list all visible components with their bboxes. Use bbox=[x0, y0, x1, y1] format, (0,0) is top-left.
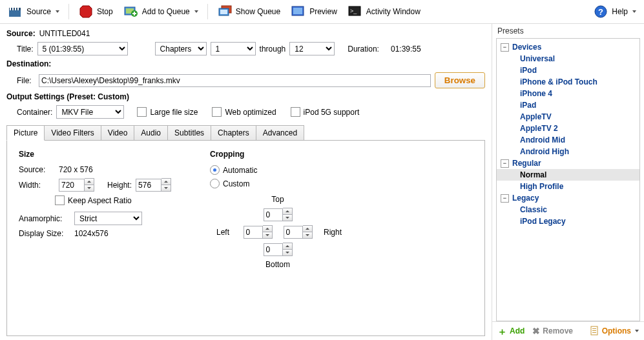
activity-window-button[interactable]: >_ Activity Window bbox=[344, 3, 424, 21]
preview-icon bbox=[291, 4, 306, 19]
chevron-down-icon bbox=[194, 10, 198, 13]
display-size-label: Display Size: bbox=[19, 229, 70, 238]
preset-group-legacy[interactable]: −Legacy bbox=[497, 192, 639, 204]
svg-rect-24 bbox=[592, 332, 596, 333]
crop-left-input[interactable] bbox=[244, 225, 273, 239]
source-button[interactable]: Source bbox=[4, 3, 63, 21]
preset-remove-button[interactable]: ✖Remove bbox=[532, 326, 573, 335]
height-label: Height: bbox=[107, 181, 132, 190]
preset-options-button[interactable]: Options bbox=[590, 326, 639, 336]
source-value: UNTITLED041 bbox=[39, 29, 90, 38]
help-button[interactable]: ? Help bbox=[589, 3, 640, 21]
cropping-section: Cropping Automatic Custom Top Left Right… bbox=[210, 150, 346, 326]
preset-item[interactable]: Universal bbox=[497, 53, 639, 65]
container-label: Container: bbox=[17, 108, 52, 117]
chevron-down-icon bbox=[635, 330, 639, 332]
stop-button[interactable]: Stop bbox=[74, 3, 117, 21]
svg-rect-2 bbox=[10, 8, 11, 10]
preset-item[interactable]: iPad bbox=[497, 99, 639, 111]
keep-aspect-checkbox[interactable]: Keep Aspect Ratio bbox=[55, 195, 132, 205]
preset-item[interactable]: iPod Legacy bbox=[497, 215, 639, 227]
preset-item[interactable]: Classic bbox=[497, 204, 639, 215]
preset-item[interactable]: AppleTV 2 bbox=[497, 123, 639, 134]
ipod5g-checkbox[interactable]: iPod 5G support bbox=[291, 107, 360, 117]
preset-item[interactable]: Android Mid bbox=[497, 134, 639, 146]
height-input[interactable] bbox=[136, 178, 171, 192]
plus-icon: ＋ bbox=[497, 326, 507, 336]
range-to-select[interactable]: 12 bbox=[289, 42, 335, 55]
svg-text:>_: >_ bbox=[350, 8, 357, 14]
preset-item[interactable]: AppleTV bbox=[497, 111, 639, 123]
range-type-select[interactable]: Chapters bbox=[155, 42, 207, 55]
label: Show Queue bbox=[236, 7, 280, 16]
file-label: File: bbox=[17, 76, 35, 85]
label: Help bbox=[612, 7, 628, 16]
duration-label: Duration: bbox=[348, 45, 379, 54]
show-queue-button[interactable]: Show Queue bbox=[213, 3, 284, 21]
tab-video-filters[interactable]: Video Filters bbox=[44, 125, 101, 140]
tabs: Picture Video Filters Video Audio Subtit… bbox=[6, 125, 485, 141]
preset-actions: ＋Add ✖Remove Options bbox=[492, 321, 644, 340]
tab-body-picture: Size Source: 720 x 576 Width: Height: Ke… bbox=[6, 141, 485, 336]
tab-picture[interactable]: Picture bbox=[6, 125, 45, 141]
tab-subtitles[interactable]: Subtitles bbox=[167, 125, 211, 140]
collapse-icon: − bbox=[501, 194, 509, 203]
web-optimized-checkbox[interactable]: Web optimized bbox=[212, 107, 276, 117]
browse-button[interactable]: Browse bbox=[435, 72, 485, 88]
crop-bottom-input[interactable] bbox=[264, 243, 293, 256]
presets-tree[interactable]: −Devices Universal iPod iPhone & iPod To… bbox=[496, 38, 640, 321]
preset-item-selected[interactable]: Normal bbox=[497, 169, 639, 181]
container-select[interactable]: MKV File bbox=[56, 105, 124, 119]
label: Activity Window bbox=[366, 7, 421, 16]
file-input[interactable] bbox=[39, 74, 431, 87]
add-queue-icon bbox=[123, 4, 139, 19]
anamorphic-label: Anamorphic: bbox=[19, 214, 70, 223]
svg-rect-5 bbox=[17, 8, 19, 10]
preset-group-devices[interactable]: −Devices bbox=[497, 41, 639, 53]
preset-item[interactable]: Android High bbox=[497, 146, 639, 157]
left-pane: Source: UNTITLED041 Title: 5 (01:39:55) … bbox=[0, 24, 492, 340]
title-select[interactable]: 5 (01:39:55) bbox=[37, 42, 128, 55]
crop-left-label: Left bbox=[216, 228, 229, 237]
preset-item[interactable]: High Profile bbox=[497, 181, 639, 192]
svg-rect-0 bbox=[9, 10, 21, 17]
presets-pane: Presets −Devices Universal iPod iPhone &… bbox=[492, 24, 644, 340]
crop-custom-radio[interactable]: Custom bbox=[210, 179, 249, 188]
collapse-icon: − bbox=[501, 159, 509, 168]
label: Source bbox=[26, 7, 51, 16]
main: Source: UNTITLED041 Title: 5 (01:39:55) … bbox=[0, 24, 644, 340]
range-from-select[interactable]: 1 bbox=[211, 42, 256, 55]
svg-rect-22 bbox=[592, 328, 596, 329]
source-res-label: Source: bbox=[19, 165, 55, 174]
label: Add to Queue bbox=[142, 7, 190, 16]
label: Stop bbox=[97, 7, 113, 16]
crop-bottom-label: Bottom bbox=[265, 260, 290, 269]
chevron-down-icon bbox=[56, 10, 59, 13]
tab-audio[interactable]: Audio bbox=[134, 125, 168, 140]
crop-automatic-radio[interactable]: Automatic bbox=[210, 165, 257, 175]
preset-item[interactable]: iPhone 4 bbox=[497, 88, 639, 99]
svg-text:?: ? bbox=[598, 7, 603, 17]
preset-group-regular[interactable]: −Regular bbox=[497, 157, 639, 169]
large-file-checkbox[interactable]: Large file size bbox=[137, 107, 198, 117]
tab-chapters[interactable]: Chapters bbox=[211, 125, 256, 140]
toolbar: Source Stop Add to Queue Show Queue Prev… bbox=[0, 0, 644, 24]
preset-add-button[interactable]: ＋Add bbox=[497, 326, 525, 336]
crop-right-input[interactable] bbox=[284, 225, 313, 239]
size-heading: Size bbox=[19, 150, 171, 159]
preset-item[interactable]: iPhone & iPod Touch bbox=[497, 76, 639, 88]
width-input[interactable] bbox=[59, 178, 94, 192]
tab-advanced[interactable]: Advanced bbox=[256, 125, 304, 140]
crop-top-input[interactable] bbox=[264, 208, 293, 221]
tab-video[interactable]: Video bbox=[101, 125, 134, 140]
anamorphic-select[interactable]: Strict bbox=[74, 212, 142, 225]
preset-item[interactable]: iPod bbox=[497, 65, 639, 76]
presets-title: Presets bbox=[492, 24, 644, 38]
add-to-queue-button[interactable]: Add to Queue bbox=[119, 3, 202, 21]
crop-top-label: Top bbox=[271, 195, 284, 204]
size-section: Size Source: 720 x 576 Width: Height: Ke… bbox=[19, 150, 171, 326]
terminal-icon: >_ bbox=[348, 4, 363, 19]
svg-rect-23 bbox=[592, 330, 596, 331]
preview-button[interactable]: Preview bbox=[287, 3, 341, 21]
destination-label: Destination: bbox=[6, 59, 51, 68]
